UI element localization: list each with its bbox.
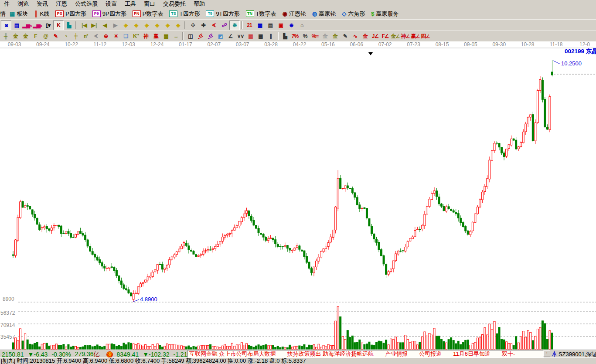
f-angle-button[interactable]: F∠ bbox=[380, 32, 390, 41]
channel-button[interactable]: ∥ bbox=[266, 32, 276, 41]
gann-shape-button[interactable]: ☍ bbox=[219, 20, 229, 30]
sector-button[interactable]: ▦板块 bbox=[7, 9, 31, 19]
gold-angle-button[interactable]: 金∠ bbox=[390, 32, 400, 41]
percent-line-button[interactable]: %= bbox=[310, 32, 320, 41]
notes-button[interactable]: ▤ bbox=[265, 20, 276, 30]
si-angle-button[interactable]: 四∠ bbox=[420, 32, 430, 41]
ticker-options-button[interactable]: ⋮ bbox=[543, 350, 550, 357]
next-bar-button[interactable]: ▶ bbox=[110, 20, 120, 30]
percent-button[interactable]: % bbox=[300, 32, 310, 41]
save-button[interactable]: ▣ bbox=[276, 20, 286, 30]
mark-pen-button[interactable]: ✎ bbox=[340, 32, 350, 41]
ying-angle-button[interactable]: 赢∠ bbox=[410, 32, 420, 41]
histogram-button[interactable]: ▙ bbox=[64, 20, 74, 30]
net-sync-button[interactable]: ⊕ bbox=[286, 20, 296, 30]
quote-trend-button[interactable]: ◙ bbox=[1, 20, 11, 30]
p-table-button[interactable]: PNP数字表 bbox=[129, 9, 167, 19]
toolbar-button-label: T四方形 bbox=[179, 10, 200, 18]
menu-item-2[interactable]: 资讯 bbox=[33, 0, 52, 8]
prev-bar-button[interactable]: ◀ bbox=[99, 20, 110, 30]
fib-button[interactable]: F bbox=[31, 32, 41, 41]
bars9-button[interactable]: ▂▅₉ bbox=[32, 20, 43, 30]
gold-circle-button[interactable]: 金 bbox=[320, 32, 330, 41]
gann-gold-icon: 金 bbox=[23, 34, 28, 39]
menu-item-6[interactable]: 工具 bbox=[121, 0, 140, 8]
trend-angle-button[interactable]: ∠ bbox=[225, 32, 235, 41]
diamond-expand-v-icon: ◈ bbox=[166, 23, 169, 28]
pen-button[interactable]: ✎ bbox=[51, 32, 61, 41]
ying-icon: 赢 bbox=[153, 34, 158, 39]
wave-overlay-button[interactable]: ∿ bbox=[350, 32, 360, 41]
k-note-button[interactable]: K″ bbox=[131, 32, 141, 41]
p9-square-button[interactable]: P99P四方形 bbox=[89, 9, 129, 19]
menu-item-3[interactable]: 江恩 bbox=[52, 0, 71, 8]
zigzag-button[interactable]: ∨∨ bbox=[235, 32, 245, 41]
gold-box-button[interactable]: 金 bbox=[360, 32, 370, 41]
angle-tool-button[interactable]: ∢ bbox=[91, 32, 101, 41]
span-arrow-button[interactable]: ↔ bbox=[171, 32, 181, 41]
candlestick-chart[interactable]: 09-0309-2410-2211-1212-0312-2401-1702-07… bbox=[0, 41, 596, 350]
j-angle-button[interactable]: J∠ bbox=[370, 32, 380, 41]
t9-square-button[interactable]: T99T四方形 bbox=[203, 9, 242, 19]
ruler123-button[interactable]: ▦ bbox=[161, 32, 171, 41]
t-table-button[interactable]: TNT数字表 bbox=[243, 9, 279, 19]
gann-wheel-button[interactable]: ◉江恩轮 bbox=[279, 9, 309, 19]
shen-tool-button[interactable]: 神 bbox=[141, 32, 151, 41]
spiral-button[interactable]: @ bbox=[41, 32, 51, 41]
shen-angle-button[interactable]: 神∠ bbox=[400, 32, 410, 41]
gann-gold-grid-button[interactable]: 金 bbox=[10, 32, 20, 41]
ying-tool-button[interactable]: 赢 bbox=[151, 32, 161, 41]
shift-left-button[interactable]: ◈ bbox=[120, 20, 131, 30]
info-doc-button[interactable]: ▤ bbox=[11, 20, 22, 30]
menu-item-9[interactable]: 帮助 bbox=[190, 0, 209, 8]
service-button[interactable]: $赢家服务 bbox=[368, 9, 402, 19]
gann-gold-button[interactable]: 金 bbox=[20, 32, 31, 41]
time-dial-button[interactable]: ◔ bbox=[61, 32, 71, 41]
calculator-button[interactable]: ▦ bbox=[255, 20, 265, 30]
first-bar-button[interactable]: ∣◀ bbox=[78, 20, 89, 30]
star-box-button[interactable]: ❏ bbox=[121, 32, 131, 41]
t-square-button[interactable]: TST四方形 bbox=[166, 9, 203, 19]
last-bar-button[interactable]: ▶∣ bbox=[89, 20, 99, 30]
percent7-button[interactable]: 7% bbox=[290, 32, 300, 41]
gold-line-button[interactable]: 金 bbox=[330, 32, 340, 41]
period-button[interactable]: ▯▾ bbox=[43, 20, 53, 30]
menu-item-8[interactable]: 交易委托 bbox=[159, 0, 190, 8]
fan-lines-button[interactable]: 彡 bbox=[195, 32, 205, 41]
svg-text:12-0: 12-0 bbox=[579, 41, 590, 48]
expand-h-button[interactable]: ◈ bbox=[141, 20, 152, 30]
menu-item-1[interactable]: 浏览 bbox=[14, 0, 33, 8]
gann-brain-button[interactable]: ❉ bbox=[229, 20, 240, 30]
menu-item-4[interactable]: 公式选股 bbox=[71, 0, 102, 8]
tick-tool-button[interactable]: ╫ bbox=[0, 32, 10, 41]
shift-right-button[interactable]: ◈ bbox=[131, 20, 141, 30]
grid-arrow-button[interactable]: ▩ bbox=[255, 32, 266, 41]
p-square-button[interactable]: PSP四方形 bbox=[52, 9, 89, 19]
kline-button[interactable]: ║K线 bbox=[31, 9, 52, 19]
ruler-ticks-button[interactable]: ╪ bbox=[71, 32, 81, 41]
menu-item-0[interactable]: 件 bbox=[0, 0, 14, 8]
box-tool-button[interactable]: ◫ bbox=[185, 32, 195, 41]
candles-layer bbox=[12, 60, 553, 302]
fan-box2-button[interactable]: ◩ bbox=[215, 32, 225, 41]
fan-box-button[interactable]: 彡 bbox=[205, 32, 215, 41]
shrink-h-button[interactable]: ◈ bbox=[152, 20, 162, 30]
winner-wheel-button[interactable]: ◍赢家轮 bbox=[309, 9, 339, 19]
calendar-button[interactable]: 21 bbox=[244, 20, 255, 30]
n-square-button[interactable]: n² bbox=[81, 32, 91, 41]
grid-red-button[interactable]: ▦ bbox=[245, 32, 255, 41]
angle-measure-button[interactable]: ∢ bbox=[208, 20, 219, 30]
expand-v-button[interactable]: ◈ bbox=[162, 20, 173, 30]
hexagon-button[interactable]: ◇六角形 bbox=[339, 9, 368, 19]
shrink-v-button[interactable]: ◈ bbox=[173, 20, 183, 30]
profile-bars-button[interactable]: ▙ bbox=[280, 32, 290, 41]
bars3-button[interactable]: ▂▅₃ bbox=[22, 20, 32, 30]
workstation-button[interactable]: ⌂ bbox=[296, 20, 307, 30]
star-grid-button[interactable]: ✳ bbox=[111, 32, 121, 41]
crosshair-button[interactable]: ✚ bbox=[198, 20, 208, 30]
menu-item-7[interactable]: 窗口 bbox=[140, 0, 159, 8]
target-button[interactable]: ⊕ bbox=[101, 32, 111, 41]
menu-item-5[interactable]: 设置 bbox=[102, 0, 121, 8]
hand-drag-button[interactable]: ✣ bbox=[187, 20, 198, 30]
kline-mode-button[interactable]: K bbox=[53, 20, 64, 30]
